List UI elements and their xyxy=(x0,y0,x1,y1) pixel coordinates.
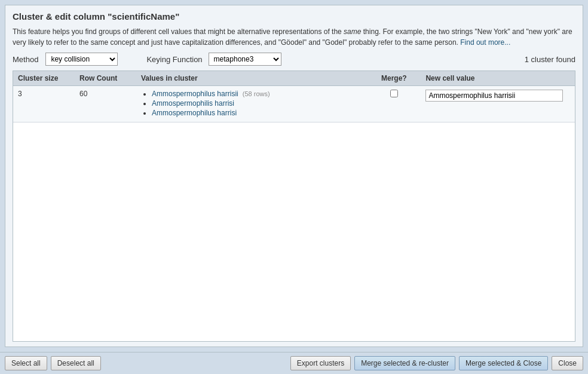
merge-close-button[interactable]: Merge selected & Close xyxy=(459,356,548,370)
description-text: This feature helps you find groups of di… xyxy=(13,26,575,48)
find-out-more-link[interactable]: Find out more... xyxy=(460,38,510,47)
controls-row: Method key collision nearest neighbor Ke… xyxy=(13,53,575,66)
keying-label: Keying Function xyxy=(146,55,202,64)
desc-text1: This feature helps you find groups of di… xyxy=(13,27,344,36)
select-all-button[interactable]: Select all xyxy=(5,356,47,370)
table-body: 360Ammospermophilus harrisii (58 rows)Am… xyxy=(13,86,575,122)
cluster-table-container: Cluster size Row Count Values in cluster… xyxy=(13,70,575,342)
cell-row-count: 60 xyxy=(75,86,136,122)
row-count-badge: (58 rows) xyxy=(241,90,270,97)
list-item: Ammospermophilus harrisii (58 rows) xyxy=(152,90,362,98)
cell-new-value xyxy=(421,86,575,122)
value-link[interactable]: Ammospermophilus harrisi xyxy=(152,109,237,117)
table-header-row: Cluster size Row Count Values in cluster… xyxy=(13,71,575,86)
desc-same: same xyxy=(344,27,361,36)
col-header-values: Values in cluster xyxy=(136,71,367,86)
col-header-cluster-size: Cluster size xyxy=(13,71,75,86)
cluster-count: 1 cluster found xyxy=(525,55,575,64)
keying-section: Keying Function metaphone3 fingerprint c… xyxy=(146,53,281,66)
value-link[interactable]: Ammospermophilus harrisii xyxy=(152,90,238,98)
cluster-table: Cluster size Row Count Values in cluster… xyxy=(13,71,575,122)
page-title: Cluster & edit column "scientificName" xyxy=(13,11,575,22)
col-header-merge: Merge? xyxy=(367,71,421,86)
cell-cluster-size: 3 xyxy=(13,86,75,122)
keying-select[interactable]: metaphone3 fingerprint cologne-phonetic … xyxy=(209,53,281,66)
col-header-new-value: New cell value xyxy=(421,71,575,86)
deselect-all-button[interactable]: Deselect all xyxy=(51,356,101,370)
method-label: Method xyxy=(13,55,38,64)
method-select[interactable]: key collision nearest neighbor xyxy=(45,53,118,66)
cell-values: Ammospermophilus harrisii (58 rows)Ammos… xyxy=(136,86,367,122)
new-value-input[interactable] xyxy=(425,90,562,102)
table-row: 360Ammospermophilus harrisii (58 rows)Am… xyxy=(13,86,575,122)
list-item: Ammospermophilus harrisi xyxy=(152,109,362,117)
cell-merge xyxy=(367,86,421,122)
bottom-bar: Select all Deselect all Export clusters … xyxy=(0,352,588,374)
merge-checkbox[interactable] xyxy=(390,90,398,97)
merge-re-cluster-button[interactable]: Merge selected & re-cluster xyxy=(354,356,455,370)
export-clusters-button[interactable]: Export clusters xyxy=(290,356,351,370)
close-button[interactable]: Close xyxy=(552,356,583,370)
value-link[interactable]: Ammospermophilis harrisi xyxy=(152,99,234,108)
list-item: Ammospermophilis harrisi xyxy=(152,99,362,108)
col-header-row-count: Row Count xyxy=(75,71,136,86)
